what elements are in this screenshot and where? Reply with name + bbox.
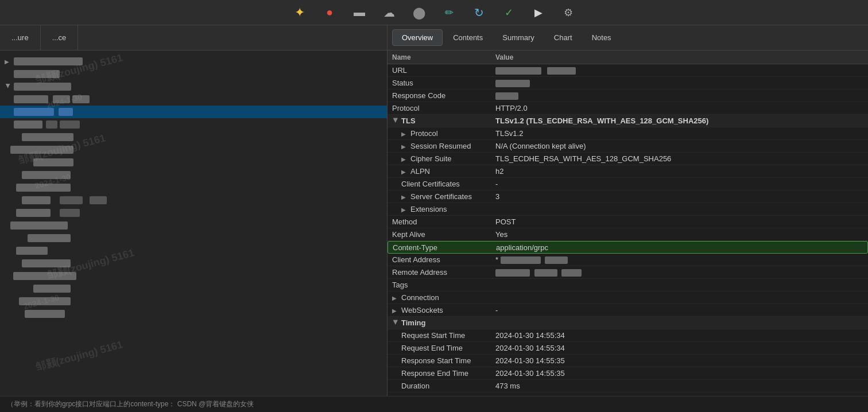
list-item-label-7 (10, 146, 73, 154)
list-item-7[interactable] (0, 156, 387, 169)
list-item-10[interactable] (0, 194, 387, 207)
table-row-response-code[interactable]: Response Code (388, 90, 868, 102)
row-name-alpn: ▶ALPN (392, 167, 495, 176)
list-item-14[interactable] (0, 244, 387, 257)
left-tab-capture[interactable]: ...ure (0, 25, 41, 50)
arrow-right-icon[interactable]: ▶ (530, 5, 547, 21)
list-item-18[interactable] (0, 295, 387, 308)
table-row-tls[interactable]: ▶TLS TLSv1.2 (TLS_ECDHE_RSA_WITH_AES_128… (388, 115, 868, 127)
table-row-timing[interactable]: ▶Timing (388, 317, 868, 329)
tab-notes[interactable]: Notes (583, 30, 621, 45)
list-item-19[interactable] (0, 308, 387, 320)
list-item-12[interactable] (0, 219, 387, 232)
table-row-status[interactable]: Status (388, 77, 868, 90)
table-row-response-end[interactable]: Response End Time 2024-01-30 14:55:35 (388, 367, 868, 380)
dash-icon[interactable]: ▬ (351, 5, 367, 21)
list-item-5[interactable] (0, 131, 387, 143)
list-item-4[interactable] (0, 118, 387, 131)
list-item-2[interactable] (0, 68, 387, 80)
table-row-client-certs[interactable]: Client Certificates - (388, 178, 868, 191)
table-row-kept-alive[interactable]: Kept Alive Yes (388, 228, 868, 241)
table-row-request-start[interactable]: Request Start Time 2024-01-30 14:55:34 (388, 329, 868, 342)
table-row-remote-address[interactable]: Remote Address xxx.xxx xxxxx xxxxx (388, 266, 868, 279)
tls-protocol-expand: ▶ (401, 131, 408, 137)
row-name-response-start: Response Start Time (392, 356, 495, 365)
table-row-tls-protocol[interactable]: ▶Protocol TLSv1.2 (388, 127, 868, 140)
col-value-header: Value (495, 53, 863, 61)
list-item-3[interactable] (0, 93, 387, 106)
table-row-connection[interactable]: ▶Connection (388, 291, 868, 304)
list-item-extra-11b (90, 196, 107, 204)
websockets-expand: ▶ (392, 308, 399, 314)
table-row-content-type[interactable]: Content-Type application/grpc (388, 241, 868, 254)
list-item-extra-selected (59, 108, 73, 116)
row-value-alpn: h2 (495, 167, 863, 176)
table-row-request-end[interactable]: Request End Time 2024-01-30 14:55:34 (388, 342, 868, 355)
toolbar: ✦ ● ▬ ☁ ⬤ ✏ ↻ ✓ ▶ ⚙ (0, 0, 868, 25)
list-item-13[interactable] (0, 232, 387, 244)
table-row-duration[interactable]: Duration 473 ms (388, 380, 868, 392)
list-item-label-20 (25, 310, 65, 318)
table-row-method[interactable]: Method POST (388, 216, 868, 228)
table-row-response-start[interactable]: Response Start Time 2024-01-30 14:55:35 (388, 355, 868, 367)
row-name-connection: ▶Connection (392, 293, 495, 302)
record-icon[interactable]: ● (321, 5, 338, 21)
status-text: （举例：看到你的grpc接口对应端口上的content-type： CSDN @… (7, 399, 254, 409)
table-row-client-address[interactable]: Client Address * xxx.xxx.xx xxxxx (388, 254, 868, 266)
row-value-websockets: - (495, 306, 863, 314)
row-value-client-certs: - (495, 180, 863, 188)
expand-icon-1: ▶ (5, 59, 11, 65)
expand-icon-2: ▶ (5, 83, 11, 90)
list-item-expand-1[interactable]: ▶ (0, 55, 387, 68)
row-value-session-resumed: N/A (Connection kept alive) (495, 142, 863, 150)
list-item-label-19 (19, 297, 71, 305)
table-row-url[interactable]: URL (388, 64, 868, 77)
arrow-icon[interactable]: ✦ (292, 5, 308, 21)
row-value-remote-address: xxx.xxx xxxxx xxxxx (495, 268, 863, 277)
row-value-content-type: application/grpc (496, 243, 863, 252)
table-row-cipher-suite[interactable]: ▶Cipher Suite TLS_ECDHE_RSA_WITH_AES_128… (388, 153, 868, 165)
cipher-suite-expand: ▶ (401, 156, 408, 162)
tab-contents[interactable]: Contents (444, 30, 492, 45)
tab-overview[interactable]: Overview (392, 29, 443, 46)
list-item-9[interactable] (0, 181, 387, 194)
pencil-icon[interactable]: ✏ (441, 5, 457, 21)
list-item-extra-5 (46, 121, 57, 129)
table-row-alpn[interactable]: ▶ALPN h2 (388, 165, 868, 178)
list-item-label-2 (14, 70, 60, 78)
cloud-icon[interactable]: ☁ (381, 5, 397, 21)
table-row-extensions[interactable]: ▶Extensions (388, 203, 868, 216)
remote-address-blurred-1: xxx.xxx (495, 269, 530, 277)
extensions-expand: ▶ (401, 207, 408, 213)
table-row-websockets[interactable]: ▶WebSockets - (388, 304, 868, 317)
row-name-request-start: Request Start Time (392, 331, 495, 340)
list-item-17[interactable] (0, 282, 387, 295)
list-item-label-4 (14, 95, 48, 103)
list-item-15[interactable] (0, 257, 387, 270)
refresh-icon[interactable]: ↻ (471, 5, 487, 21)
list-item-label-16 (22, 259, 71, 267)
row-name-timing: ▶Timing (392, 318, 495, 327)
list-item-group-1[interactable]: ▶ (0, 80, 387, 93)
server-certs-expand: ▶ (401, 194, 408, 200)
list-item-extra-5b (60, 121, 80, 129)
circle-icon[interactable]: ⬤ (411, 5, 427, 21)
check-icon[interactable]: ✓ (501, 5, 517, 21)
table-row-session-resumed[interactable]: ▶Session Resumed N/A (Connection kept al… (388, 140, 868, 153)
list-item-label-12 (16, 209, 51, 217)
row-name-protocol: Protocol (392, 104, 495, 112)
list-item-8[interactable] (0, 169, 387, 181)
table-row-protocol[interactable]: Protocol HTTP/2.0 (388, 102, 868, 115)
table-row-server-certs[interactable]: ▶Server Certificates 3 (388, 191, 868, 203)
list-item-16[interactable] (0, 270, 387, 282)
tab-summary[interactable]: Summary (493, 30, 544, 45)
row-value-status (495, 79, 863, 87)
list-item-6[interactable] (0, 143, 387, 156)
table-row-tags[interactable]: Tags (388, 279, 868, 291)
tab-chart[interactable]: Chart (545, 30, 582, 45)
gear-icon[interactable]: ⚙ (560, 5, 576, 21)
table-header: Name Value (388, 50, 868, 64)
list-item-11[interactable] (0, 207, 387, 219)
list-item-selected[interactable] (0, 106, 387, 118)
left-tab-interface[interactable]: ...ce (41, 25, 79, 50)
